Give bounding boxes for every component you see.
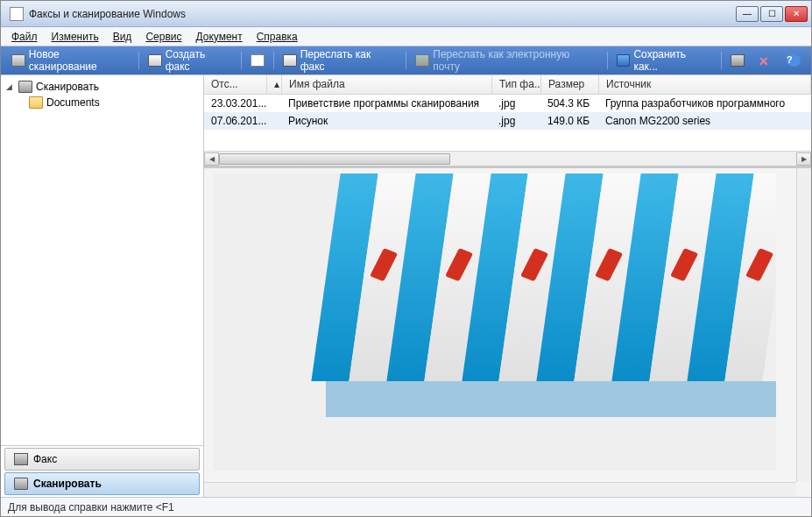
scroll-thumb[interactable]: [219, 153, 450, 165]
preview-v-scrollbar[interactable]: [796, 168, 811, 482]
col-name[interactable]: Имя файла: [282, 75, 492, 94]
cell-source: Группа разработчиков программного: [598, 96, 811, 111]
tab-fax[interactable]: Факс: [4, 448, 200, 471]
sidebar: ◢ Сканировать Documents Факс: [1, 75, 204, 497]
preview-image: [213, 174, 776, 471]
list-body: 23.03.201... Приветствие программы скани…: [204, 95, 811, 151]
disk-icon: [617, 54, 631, 67]
scanner-icon: [18, 81, 32, 93]
app-icon: [10, 7, 24, 21]
forward-email-button[interactable]: Переслать как электронную почту: [408, 46, 604, 75]
tree-node-scan[interactable]: ◢ Сканировать: [6, 79, 198, 95]
tree-documents-label: Documents: [46, 96, 100, 109]
forward-fax-button[interactable]: Переслать как факс: [276, 46, 405, 75]
cell-date: 07.06.201...: [204, 113, 267, 129]
page-icon: [251, 54, 265, 67]
menu-help[interactable]: Справка: [250, 29, 305, 45]
sidebar-tabs: Факс Сканировать: [1, 445, 203, 497]
menu-file[interactable]: Файл: [4, 29, 45, 45]
maximize-button[interactable]: ☐: [760, 6, 783, 22]
minimize-button[interactable]: —: [736, 6, 759, 22]
col-size[interactable]: Размер: [541, 75, 599, 94]
forward-fax-label: Переслать как факс: [300, 48, 398, 73]
window-controls: — ☐ ✕: [736, 6, 808, 22]
tab-scan-label: Сканировать: [33, 478, 102, 490]
col-type[interactable]: Тип фа...: [492, 75, 541, 94]
delete-icon: ✕: [759, 54, 773, 67]
scroll-track[interactable]: [219, 152, 796, 166]
create-fax-button[interactable]: Создать факс: [141, 46, 239, 75]
menu-bar: Файл Изменить Вид Сервис Документ Справк…: [1, 27, 811, 46]
tab-scan[interactable]: Сканировать: [4, 472, 200, 495]
tree-node-documents[interactable]: Documents: [29, 95, 198, 110]
cell-source: Canon MG2200 series: [598, 113, 811, 129]
cell-size: 504.3 КБ: [540, 96, 598, 111]
delete-button[interactable]: ✕: [752, 52, 780, 69]
col-sort-indicator[interactable]: ▴: [267, 75, 282, 94]
separator: [607, 52, 608, 69]
create-fax-label: Создать факс: [166, 48, 232, 73]
scanner-tab-icon: [14, 478, 28, 490]
separator: [138, 52, 139, 69]
status-text: Для вывода справки нажмите <F1: [8, 501, 174, 513]
fax-tab-icon: [14, 453, 28, 465]
cell-name: Приветствие программы сканирования: [281, 96, 491, 111]
cell-name: Рисунок: [281, 113, 491, 129]
menu-view[interactable]: Вид: [106, 29, 139, 45]
scan-list: Отс... ▴ Имя файла Тип фа... Размер Исто…: [204, 75, 811, 166]
mail-icon: [415, 54, 429, 67]
help-button[interactable]: ?: [780, 52, 808, 69]
preview-h-scrollbar[interactable]: [204, 482, 796, 497]
preview-pane: [204, 166, 811, 497]
save-as-button[interactable]: Сохранить как...: [610, 46, 719, 75]
col-source[interactable]: Источник: [599, 75, 811, 94]
close-button[interactable]: ✕: [785, 6, 808, 22]
folder-tree: ◢ Сканировать Documents: [1, 75, 203, 445]
content-area: ◢ Сканировать Documents Факс: [1, 74, 811, 497]
status-bar: Для вывода справки нажмите <F1: [1, 497, 811, 516]
new-scan-button[interactable]: Новое сканирование: [4, 46, 137, 75]
scanned-image-content: [213, 174, 776, 471]
cell-type: .jpg: [491, 96, 540, 111]
menu-service[interactable]: Сервис: [138, 29, 188, 45]
scroll-left-arrow[interactable]: ◀: [204, 152, 219, 166]
app-window: Факсы и сканирование Windows — ☐ ✕ Файл …: [1, 1, 811, 516]
new-scan-label: Новое сканирование: [29, 48, 130, 73]
tree-collapse-icon[interactable]: ◢: [6, 82, 15, 91]
save-as-label: Сохранить как...: [633, 48, 712, 73]
scroll-right-arrow[interactable]: ▶: [796, 152, 811, 166]
menu-edit[interactable]: Изменить: [45, 29, 106, 45]
forward-email-label: Переслать как электронную почту: [433, 48, 597, 73]
separator: [241, 52, 242, 69]
list-header: Отс... ▴ Имя файла Тип фа... Размер Исто…: [204, 75, 811, 95]
title-bar: Факсы и сканирование Windows — ☐ ✕: [1, 1, 811, 27]
toolbar: Новое сканирование Создать факс Переслат…: [1, 46, 811, 74]
menu-document[interactable]: Документ: [188, 29, 249, 45]
main-pane: Отс... ▴ Имя файла Тип фа... Размер Исто…: [204, 75, 811, 497]
window-title: Факсы и сканирование Windows: [29, 8, 736, 20]
cell-size: 149.0 КБ: [540, 113, 598, 129]
cell-date: 23.03.201...: [204, 96, 267, 111]
separator: [406, 52, 406, 69]
separator: [721, 52, 722, 69]
print-button[interactable]: [724, 52, 752, 69]
fax-forward-icon: [283, 54, 297, 67]
folder-icon: [29, 96, 43, 109]
tab-fax-label: Факс: [33, 453, 57, 465]
cell-type: .jpg: [491, 113, 540, 129]
fax-icon: [148, 54, 162, 67]
help-icon: ?: [787, 54, 801, 67]
separator: [273, 52, 274, 69]
list-row[interactable]: 07.06.201... Рисунок .jpg 149.0 КБ Canon…: [204, 112, 811, 130]
list-h-scrollbar[interactable]: ◀ ▶: [204, 151, 811, 166]
list-row[interactable]: 23.03.201... Приветствие программы скани…: [204, 95, 811, 112]
scanner-icon: [11, 54, 25, 67]
col-date[interactable]: Отс...: [204, 75, 267, 94]
print-icon: [731, 54, 745, 67]
page-button[interactable]: [244, 52, 272, 69]
tree-scan-label: Сканировать: [36, 81, 99, 93]
